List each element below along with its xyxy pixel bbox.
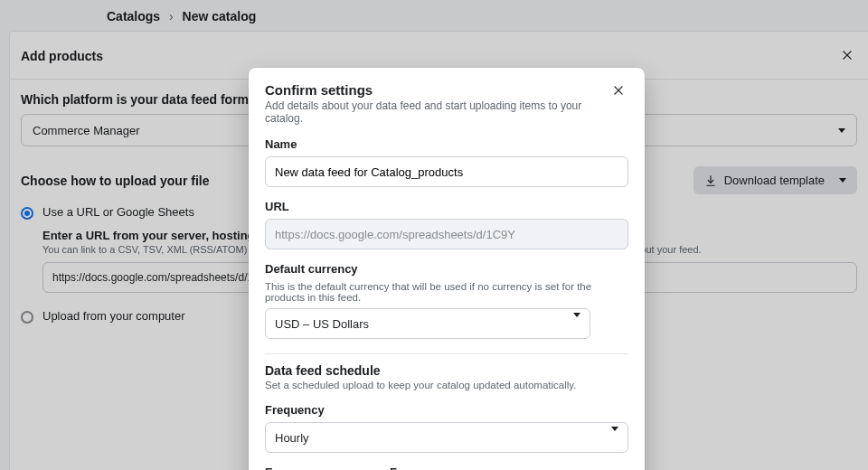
every-label: Every (265, 465, 381, 470)
currency-select[interactable]: USD – US Dollars (265, 308, 590, 339)
divider (265, 353, 628, 354)
modal-title: Confirm settings (265, 82, 609, 98)
schedule-help: Set a scheduled upload to keep your cata… (265, 380, 628, 390)
frequency-select[interactable]: Hourly (265, 422, 628, 453)
close-icon[interactable] (609, 82, 628, 101)
currency-help: This is the default currency that will b… (265, 281, 628, 303)
schedule-title: Data feed schedule (265, 363, 628, 378)
from-label: From (390, 465, 628, 470)
name-label: Name (265, 137, 628, 151)
url-label: URL (265, 200, 628, 213)
feed-url-readonly (265, 219, 628, 249)
frequency-select-value: Hourly (275, 431, 309, 445)
currency-select-value: USD – US Dollars (275, 317, 369, 331)
chevron-down-icon (573, 317, 580, 331)
confirm-settings-modal: Confirm settings Add details about your … (249, 68, 645, 470)
currency-label: Default currency (265, 262, 628, 276)
frequency-label: Frequency (265, 403, 628, 417)
modal-subtitle: Add details about your data feed and sta… (265, 99, 609, 125)
feed-name-input[interactable] (265, 156, 628, 187)
chevron-down-icon (611, 431, 618, 445)
